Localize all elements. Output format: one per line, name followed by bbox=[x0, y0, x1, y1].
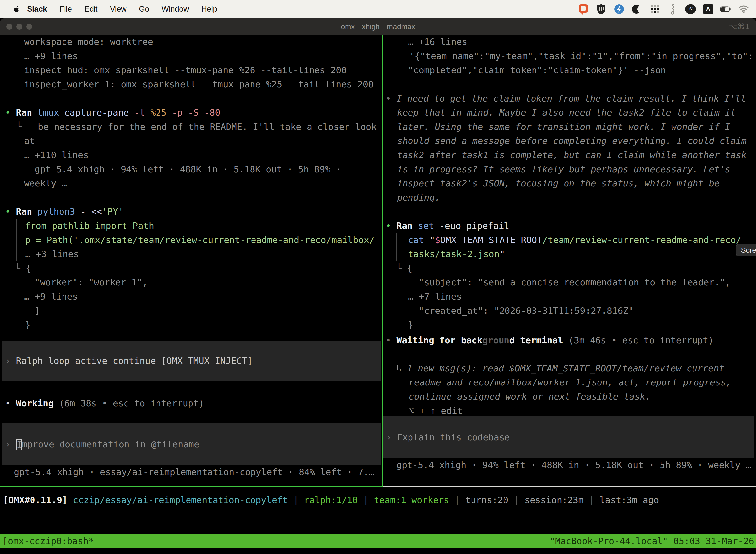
text-segment: team:1 workers bbox=[374, 495, 449, 505]
thinking-text: pending. bbox=[383, 190, 756, 205]
command-ran-tmux: • Ran tmux capture-pane -t %25 -p -S -80 bbox=[0, 106, 382, 120]
text-segment: "created_at": "2026-03-31T11:59:27.816Z" bbox=[419, 306, 634, 316]
menu-item-go[interactable]: Go bbox=[133, 5, 155, 13]
menu-item-window[interactable]: Window bbox=[155, 5, 195, 13]
text-segment: d terminal bbox=[509, 335, 563, 345]
text-segment: (3m 46s • esc to interrupt) bbox=[563, 335, 713, 345]
text-segment: continue assigned work or next feasible … bbox=[409, 391, 650, 402]
text-segment: • bbox=[386, 93, 396, 104]
collapsed-lines: … +110 lines bbox=[0, 148, 382, 162]
prompt-input[interactable]: › Explain this codebase bbox=[383, 416, 754, 458]
command-output: ] bbox=[0, 303, 382, 318]
command-output: └ be necessary for the end of the README… bbox=[0, 120, 382, 134]
text-segment: python3 bbox=[38, 207, 80, 217]
prompt-input-text: › Explain this codebase bbox=[383, 430, 754, 444]
thinking-text: later. Using the same for transition mig… bbox=[383, 120, 756, 134]
menu-item-file[interactable]: File bbox=[53, 5, 78, 13]
text-segment: last:3m ago bbox=[600, 495, 659, 505]
bolt-badge-icon[interactable] bbox=[614, 4, 625, 15]
indent-guide bbox=[396, 233, 397, 247]
badge-61-icon[interactable]: ..61 bbox=[685, 4, 696, 14]
text-segment: pending. bbox=[397, 192, 440, 203]
pane-divider[interactable] bbox=[382, 35, 383, 487]
leader-pane[interactable]: workspace_mode: worktree… +9 linesinspec… bbox=[0, 35, 382, 486]
macos-menu-bar: SlackFileEditViewGoWindowHelp ..61 A bbox=[0, 0, 756, 18]
text-segment: Explain this codebase bbox=[397, 432, 510, 442]
text-segment: /team/review-current-readme-and-reco/ bbox=[543, 235, 741, 245]
shield-icon[interactable] bbox=[596, 4, 607, 15]
blank-line bbox=[0, 91, 382, 106]
text-segment: turns:20 bbox=[465, 495, 508, 505]
text-segment: • bbox=[386, 221, 396, 231]
apple-logo-icon[interactable] bbox=[12, 5, 19, 13]
text-segment: "subject": "send a concise recommendatio… bbox=[419, 277, 731, 287]
screen-record-icon[interactable] bbox=[578, 4, 589, 15]
indent-guide bbox=[16, 247, 17, 261]
command-output: "worker": "worker-1", bbox=[0, 275, 382, 289]
text-segment: └ bbox=[15, 263, 25, 273]
window-title: omx --xhigh --madmax bbox=[0, 18, 756, 35]
command-output: └ { bbox=[383, 261, 756, 275]
kaleidoscope-icon[interactable] bbox=[631, 4, 642, 15]
text-segment: 'PY' bbox=[102, 207, 124, 217]
command-output: "subject": "send a concise recommendatio… bbox=[383, 275, 756, 289]
command-output: "completed","claim_token":"claim-token"}… bbox=[383, 63, 756, 77]
command-ran-set: • Ran set -euo pipefail bbox=[383, 219, 756, 233]
text-segment: | bbox=[288, 495, 304, 505]
squiggle-icon[interactable] bbox=[667, 4, 678, 15]
menu-item-view[interactable]: View bbox=[104, 5, 133, 13]
text-segment: [OMX#0.11.9] bbox=[3, 495, 67, 505]
blank-line bbox=[383, 77, 756, 91]
collapsed-lines: … +9 lines bbox=[0, 49, 382, 63]
dots-grid-icon[interactable] bbox=[649, 4, 660, 15]
text-segment: groun bbox=[483, 335, 509, 345]
text-segment: Ralph loop active continue [OMX_TMUX_INJ… bbox=[16, 356, 252, 366]
text-segment: Working bbox=[16, 398, 54, 408]
screen: SlackFileEditViewGoWindowHelp ..61 A bbox=[0, 0, 756, 554]
worker-pane[interactable]: … +16 lines'{"team_name":"my-team","task… bbox=[383, 35, 756, 486]
text-segment: › bbox=[5, 356, 16, 366]
keyboard-layout-icon[interactable]: A bbox=[703, 4, 713, 14]
omx-status-line: [OMX#0.11.9] cczip/essay/ai-reimplementa… bbox=[0, 493, 756, 507]
text-segment: • bbox=[5, 398, 16, 408]
text-segment: inspect task2's JSON, focusing on the st… bbox=[397, 178, 719, 188]
thinking-text: should send a message before completing … bbox=[383, 134, 756, 148]
menu-item-slack[interactable]: Slack bbox=[19, 5, 53, 13]
new-message-note: readme-and-reco/mailbox/worker-1.json, a… bbox=[383, 375, 756, 389]
text-segment: cat bbox=[408, 235, 430, 245]
text-segment: I need to get the claim token from the c… bbox=[396, 93, 746, 104]
menu-item-edit[interactable]: Edit bbox=[78, 5, 104, 13]
text-segment: | bbox=[584, 495, 600, 505]
text-segment: (6m 38s • esc to interrupt) bbox=[54, 398, 204, 408]
text-segment: | bbox=[358, 495, 374, 505]
spacer bbox=[0, 410, 382, 423]
menu-item-help[interactable]: Help bbox=[195, 5, 224, 13]
text-segment: - bbox=[80, 207, 91, 217]
collapsed-lines: … +7 lines bbox=[383, 289, 756, 303]
menu-items: SlackFileEditViewGoWindowHelp bbox=[19, 5, 223, 14]
command-output: gpt-5.4 xhigh · 94% left · 488K in · 5.1… bbox=[0, 162, 382, 176]
session-stats: gpt-5.4 xhigh · 94% left · 488K in · 5.1… bbox=[383, 458, 756, 472]
text-segment: task2 after task1 is complete, but can I… bbox=[397, 150, 747, 160]
prompt-input[interactable]: › Improve documentation in @filename bbox=[2, 423, 381, 465]
text-segment: p = Path('.omx/state/team/review-current… bbox=[25, 235, 375, 245]
wifi-icon[interactable] bbox=[738, 4, 749, 15]
indent-guide bbox=[396, 247, 397, 261]
text-segment: << bbox=[91, 207, 102, 217]
code-line: p = Path('.omx/state/team/review-current… bbox=[0, 233, 382, 247]
text-segment: inspect_hud: omx sparkshell --tmux-pane … bbox=[24, 65, 346, 75]
text-segment: › bbox=[5, 439, 16, 449]
thinking-text: task2 after task1 is complete, but can I… bbox=[383, 148, 756, 162]
text-segment: | bbox=[449, 495, 465, 505]
right-pane-border bbox=[383, 486, 756, 487]
text-segment: | bbox=[508, 495, 524, 505]
window-title-bar: omx --xhigh --madmax ⌥⌘1 bbox=[0, 18, 756, 35]
text-segment: '{"team_name":"my-team","task_id":"1","f… bbox=[409, 51, 753, 61]
spacer bbox=[0, 381, 382, 396]
battery-icon[interactable] bbox=[720, 4, 731, 15]
text-segment: OMX_TEAM_STATE_ROOT bbox=[440, 235, 543, 245]
text-segment: … +9 lines bbox=[24, 291, 78, 301]
text-segment: cczip/essay/ai-reimplementation-copyleft bbox=[73, 495, 288, 505]
waiting-status: • Waiting for background terminal (3m 46… bbox=[383, 333, 756, 347]
text-segment: … +3 lines bbox=[25, 249, 79, 259]
